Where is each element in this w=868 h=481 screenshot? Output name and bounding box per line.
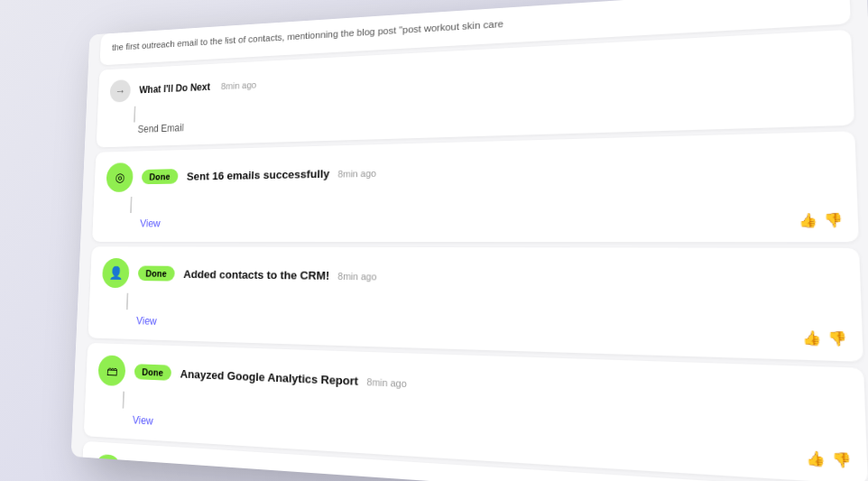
added-contacts-card: 👤 Done Added contacts to the CRM! 8min a… xyxy=(88,246,863,362)
sent-emails-header: ◎ Done Sent 16 emails successfully 8min … xyxy=(106,145,838,192)
done-badge-2: Done xyxy=(138,265,175,281)
connector-line-1 xyxy=(130,197,132,213)
sent-emails-timestamp: 8min ago xyxy=(337,167,376,178)
thumb-up-3[interactable]: 👍 xyxy=(806,449,826,467)
sent-emails-title: Sent 16 emails successfully 8min ago xyxy=(187,165,376,181)
added-contacts-timestamp: 8min ago xyxy=(337,270,376,281)
connector-line-3 xyxy=(123,391,125,408)
connector-line xyxy=(134,106,135,122)
email-icon: ◎ xyxy=(106,162,134,192)
thumb-down-1[interactable]: 👎 xyxy=(823,211,842,227)
done-badge-1: Done xyxy=(142,169,178,184)
what-next-timestamp: 8min ago xyxy=(221,79,257,91)
added-contacts-title: Added contacts to the CRM! 8min ago xyxy=(183,267,376,282)
added-contacts-header: 👤 Done Added contacts to the CRM! 8min a… xyxy=(102,258,843,299)
done-badge-4: Done xyxy=(130,464,167,481)
connector-line-2 xyxy=(126,292,128,310)
feed-panel: the first outreach email to the list of … xyxy=(71,0,868,481)
added-contacts-view-link[interactable]: View xyxy=(136,315,157,328)
sent-emails-view-link[interactable]: View xyxy=(140,217,161,229)
thumb-down-2[interactable]: 👎 xyxy=(827,329,847,347)
thumbs-3: 👍 👎 xyxy=(806,449,852,468)
analytics-icon: 🗃 xyxy=(97,355,125,386)
analytics-view-link[interactable]: View xyxy=(133,413,153,427)
notion-icon: ⬆ xyxy=(94,453,123,481)
contacts-icon: 👤 xyxy=(102,258,130,288)
page-container: the first outreach email to the list of … xyxy=(71,0,868,481)
arrow-icon: → xyxy=(110,79,132,103)
thumb-down-3[interactable]: 👎 xyxy=(831,450,851,468)
notion-title: Added a Notion file ! 8min ago xyxy=(177,468,331,481)
analytics-title: Anayzed Google Analytics Report 8min ago xyxy=(180,366,406,389)
feed-content[interactable]: the first outreach email to the list of … xyxy=(71,0,868,481)
send-email-text: Send Email xyxy=(137,98,836,135)
analytics-timestamp: 8min ago xyxy=(366,375,406,388)
thumbs-1: 👍 👎 xyxy=(799,211,843,227)
what-next-title: What I'll Do Next 8min ago xyxy=(139,79,256,96)
thumbs-2: 👍 👎 xyxy=(802,329,847,347)
analytics-header: 🗃 Done Anayzed Google Analytics Report 8… xyxy=(97,355,847,419)
sent-emails-card: ◎ Done Sent 16 emails successfully 8min … xyxy=(92,131,859,242)
done-badge-3: Done xyxy=(134,364,171,381)
thumb-up-1[interactable]: 👍 xyxy=(799,212,817,228)
thumb-up-2[interactable]: 👍 xyxy=(802,329,821,347)
